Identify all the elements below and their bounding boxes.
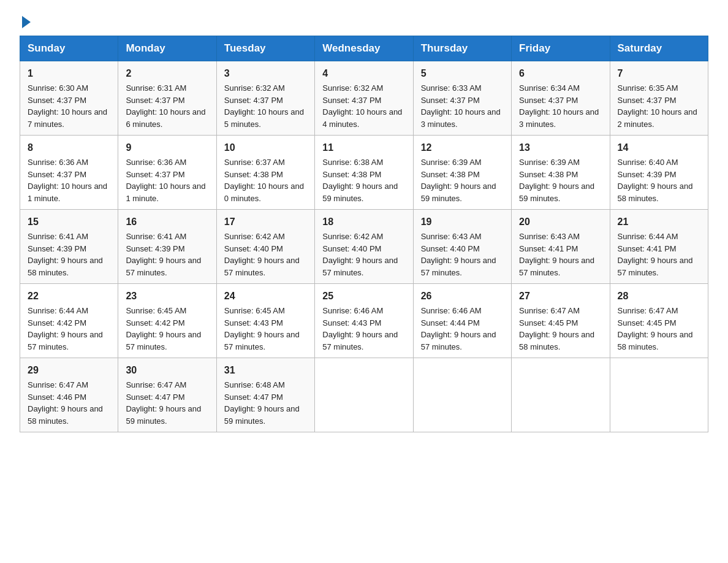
day-number: 28 bbox=[618, 289, 702, 304]
day-number: 7 bbox=[618, 66, 702, 81]
page-header bbox=[20, 15, 708, 25]
calendar-cell: 13Sunrise: 6:39 AMSunset: 4:38 PMDayligh… bbox=[512, 136, 610, 210]
day-info: Sunrise: 6:36 AMSunset: 4:37 PMDaylight:… bbox=[28, 156, 112, 204]
day-number: 20 bbox=[519, 215, 603, 229]
col-header-saturday: Saturday bbox=[610, 36, 708, 61]
day-info: Sunrise: 6:39 AMSunset: 4:38 PMDaylight:… bbox=[519, 156, 603, 204]
logo-arrow-icon bbox=[22, 16, 31, 28]
day-number: 21 bbox=[618, 215, 702, 229]
calendar-cell: 28Sunrise: 6:47 AMSunset: 4:45 PMDayligh… bbox=[610, 284, 708, 358]
calendar-cell: 17Sunrise: 6:42 AMSunset: 4:40 PMDayligh… bbox=[216, 210, 314, 284]
day-number: 3 bbox=[224, 66, 308, 81]
day-info: Sunrise: 6:46 AMSunset: 4:43 PMDaylight:… bbox=[322, 305, 406, 353]
day-info: Sunrise: 6:36 AMSunset: 4:37 PMDaylight:… bbox=[126, 156, 210, 204]
calendar-cell: 29Sunrise: 6:47 AMSunset: 4:46 PMDayligh… bbox=[20, 358, 118, 432]
calendar-cell: 19Sunrise: 6:43 AMSunset: 4:40 PMDayligh… bbox=[413, 210, 511, 284]
day-info: Sunrise: 6:42 AMSunset: 4:40 PMDaylight:… bbox=[322, 231, 406, 278]
day-info: Sunrise: 6:37 AMSunset: 4:38 PMDaylight:… bbox=[224, 156, 308, 204]
day-number: 11 bbox=[322, 140, 406, 155]
day-info: Sunrise: 6:44 AMSunset: 4:42 PMDaylight:… bbox=[28, 305, 112, 353]
calendar-cell: 3Sunrise: 6:32 AMSunset: 4:37 PMDaylight… bbox=[216, 61, 314, 136]
day-info: Sunrise: 6:41 AMSunset: 4:39 PMDaylight:… bbox=[28, 231, 112, 278]
calendar-cell: 18Sunrise: 6:42 AMSunset: 4:40 PMDayligh… bbox=[315, 210, 413, 284]
day-info: Sunrise: 6:44 AMSunset: 4:41 PMDaylight:… bbox=[618, 231, 702, 278]
day-number: 18 bbox=[322, 215, 406, 229]
day-number: 12 bbox=[421, 140, 505, 155]
calendar-cell: 9Sunrise: 6:36 AMSunset: 4:37 PMDaylight… bbox=[118, 136, 216, 210]
calendar-cell: 4Sunrise: 6:32 AMSunset: 4:37 PMDaylight… bbox=[315, 61, 413, 136]
day-info: Sunrise: 6:46 AMSunset: 4:44 PMDaylight:… bbox=[421, 305, 505, 353]
day-info: Sunrise: 6:39 AMSunset: 4:38 PMDaylight:… bbox=[421, 156, 505, 204]
calendar-cell: 5Sunrise: 6:33 AMSunset: 4:37 PMDaylight… bbox=[413, 61, 511, 136]
col-header-friday: Friday bbox=[512, 36, 610, 61]
day-number: 29 bbox=[28, 363, 112, 378]
calendar-cell: 31Sunrise: 6:48 AMSunset: 4:47 PMDayligh… bbox=[216, 358, 314, 432]
day-number: 30 bbox=[126, 363, 210, 378]
calendar-cell: 14Sunrise: 6:40 AMSunset: 4:39 PMDayligh… bbox=[610, 136, 708, 210]
calendar-cell: 26Sunrise: 6:46 AMSunset: 4:44 PMDayligh… bbox=[413, 284, 511, 358]
calendar-cell: 7Sunrise: 6:35 AMSunset: 4:37 PMDaylight… bbox=[610, 61, 708, 136]
day-info: Sunrise: 6:48 AMSunset: 4:47 PMDaylight:… bbox=[224, 379, 308, 427]
day-info: Sunrise: 6:40 AMSunset: 4:39 PMDaylight:… bbox=[618, 156, 702, 204]
calendar-table: SundayMondayTuesdayWednesdayThursdayFrid… bbox=[20, 36, 708, 432]
calendar-cell: 27Sunrise: 6:47 AMSunset: 4:45 PMDayligh… bbox=[512, 284, 610, 358]
day-info: Sunrise: 6:32 AMSunset: 4:37 PMDaylight:… bbox=[224, 82, 308, 130]
day-info: Sunrise: 6:47 AMSunset: 4:47 PMDaylight:… bbox=[126, 379, 210, 427]
col-header-thursday: Thursday bbox=[413, 36, 511, 61]
day-info: Sunrise: 6:45 AMSunset: 4:43 PMDaylight:… bbox=[224, 305, 308, 353]
calendar-cell: 23Sunrise: 6:45 AMSunset: 4:42 PMDayligh… bbox=[118, 284, 216, 358]
day-number: 16 bbox=[126, 215, 210, 229]
calendar-week-row: 22Sunrise: 6:44 AMSunset: 4:42 PMDayligh… bbox=[20, 284, 708, 358]
day-info: Sunrise: 6:45 AMSunset: 4:42 PMDaylight:… bbox=[126, 305, 210, 353]
day-info: Sunrise: 6:30 AMSunset: 4:37 PMDaylight:… bbox=[28, 82, 112, 130]
day-number: 23 bbox=[126, 289, 210, 304]
calendar-week-row: 8Sunrise: 6:36 AMSunset: 4:37 PMDaylight… bbox=[20, 136, 708, 210]
day-number: 27 bbox=[519, 289, 603, 304]
calendar-week-row: 29Sunrise: 6:47 AMSunset: 4:46 PMDayligh… bbox=[20, 358, 708, 432]
calendar-cell: 1Sunrise: 6:30 AMSunset: 4:37 PMDaylight… bbox=[20, 61, 118, 136]
calendar-cell: 10Sunrise: 6:37 AMSunset: 4:38 PMDayligh… bbox=[216, 136, 314, 210]
calendar-cell: 16Sunrise: 6:41 AMSunset: 4:39 PMDayligh… bbox=[118, 210, 216, 284]
day-number: 9 bbox=[126, 140, 210, 155]
day-info: Sunrise: 6:47 AMSunset: 4:46 PMDaylight:… bbox=[28, 379, 112, 427]
calendar-cell: 24Sunrise: 6:45 AMSunset: 4:43 PMDayligh… bbox=[216, 284, 314, 358]
day-info: Sunrise: 6:31 AMSunset: 4:37 PMDaylight:… bbox=[126, 82, 210, 130]
day-number: 5 bbox=[421, 66, 505, 81]
calendar-cell: 11Sunrise: 6:38 AMSunset: 4:38 PMDayligh… bbox=[315, 136, 413, 210]
day-number: 4 bbox=[322, 66, 406, 81]
day-info: Sunrise: 6:35 AMSunset: 4:37 PMDaylight:… bbox=[618, 82, 702, 130]
day-number: 17 bbox=[224, 215, 308, 229]
day-number: 24 bbox=[224, 289, 308, 304]
day-info: Sunrise: 6:47 AMSunset: 4:45 PMDaylight:… bbox=[618, 305, 702, 353]
day-number: 31 bbox=[224, 363, 308, 378]
day-info: Sunrise: 6:38 AMSunset: 4:38 PMDaylight:… bbox=[322, 156, 406, 204]
day-number: 13 bbox=[519, 140, 603, 155]
calendar-cell bbox=[610, 358, 708, 432]
day-info: Sunrise: 6:43 AMSunset: 4:41 PMDaylight:… bbox=[519, 231, 603, 278]
calendar-cell: 25Sunrise: 6:46 AMSunset: 4:43 PMDayligh… bbox=[315, 284, 413, 358]
col-header-wednesday: Wednesday bbox=[315, 36, 413, 61]
day-number: 19 bbox=[421, 215, 505, 229]
calendar-cell: 2Sunrise: 6:31 AMSunset: 4:37 PMDaylight… bbox=[118, 61, 216, 136]
calendar-cell bbox=[512, 358, 610, 432]
day-number: 1 bbox=[28, 66, 112, 81]
calendar-cell bbox=[413, 358, 511, 432]
calendar-week-row: 15Sunrise: 6:41 AMSunset: 4:39 PMDayligh… bbox=[20, 210, 708, 284]
calendar-week-row: 1Sunrise: 6:30 AMSunset: 4:37 PMDaylight… bbox=[20, 61, 708, 136]
calendar-cell: 12Sunrise: 6:39 AMSunset: 4:38 PMDayligh… bbox=[413, 136, 511, 210]
day-info: Sunrise: 6:34 AMSunset: 4:37 PMDaylight:… bbox=[519, 82, 603, 130]
day-info: Sunrise: 6:41 AMSunset: 4:39 PMDaylight:… bbox=[126, 231, 210, 278]
day-info: Sunrise: 6:47 AMSunset: 4:45 PMDaylight:… bbox=[519, 305, 603, 353]
calendar-cell: 6Sunrise: 6:34 AMSunset: 4:37 PMDaylight… bbox=[512, 61, 610, 136]
calendar-header-row: SundayMondayTuesdayWednesdayThursdayFrid… bbox=[20, 36, 708, 61]
calendar-cell: 30Sunrise: 6:47 AMSunset: 4:47 PMDayligh… bbox=[118, 358, 216, 432]
day-number: 2 bbox=[126, 66, 210, 81]
calendar-cell: 20Sunrise: 6:43 AMSunset: 4:41 PMDayligh… bbox=[512, 210, 610, 284]
day-info: Sunrise: 6:42 AMSunset: 4:40 PMDaylight:… bbox=[224, 231, 308, 278]
day-number: 22 bbox=[28, 289, 112, 304]
logo bbox=[20, 15, 31, 25]
col-header-sunday: Sunday bbox=[20, 36, 118, 61]
day-number: 8 bbox=[28, 140, 112, 155]
day-number: 10 bbox=[224, 140, 308, 155]
day-number: 26 bbox=[421, 289, 505, 304]
